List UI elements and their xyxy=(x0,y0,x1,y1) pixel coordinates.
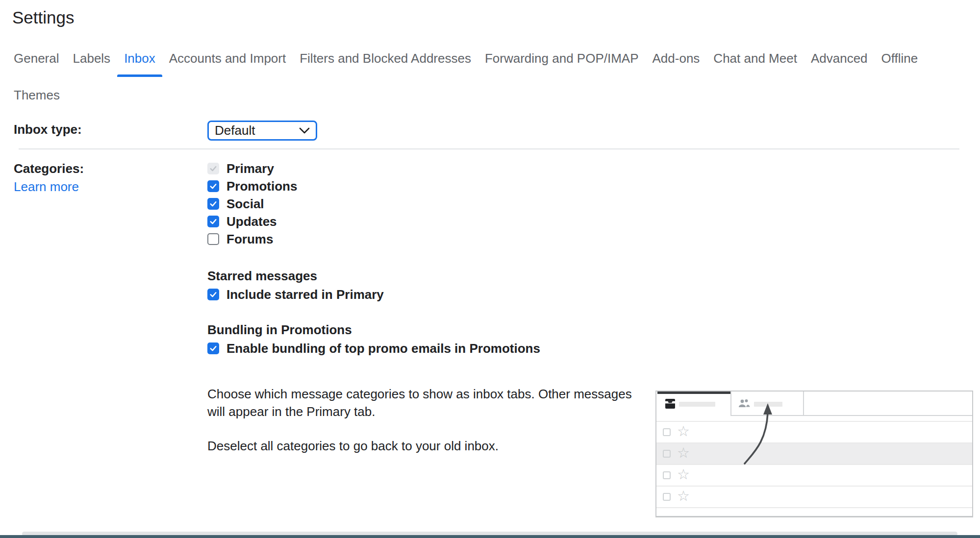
checkbox-icon xyxy=(663,471,671,479)
settings-tab-bar-row2: Themes xyxy=(14,87,60,103)
checkbox-social[interactable] xyxy=(207,198,219,210)
description-paragraph-1: Choose which message categories to show … xyxy=(207,385,639,420)
illustration-message-list: ☆ ☆ ☆ ☆ xyxy=(656,421,972,517)
star-icon: ☆ xyxy=(677,449,690,457)
checkbox-enable-bundling[interactable] xyxy=(207,342,219,354)
checkbox-primary xyxy=(207,163,219,174)
inbox-type-label: Inbox type: xyxy=(14,122,82,137)
checkbox-icon xyxy=(663,450,671,458)
starred-option-label: Include starred in Primary xyxy=(226,287,384,302)
illustration-message-row: ☆ xyxy=(656,421,972,442)
illustration-message-row: ☆ xyxy=(656,486,972,507)
inbox-tabs-illustration: ☆ ☆ ☆ ☆ xyxy=(655,391,973,517)
checkbox-icon xyxy=(663,493,671,501)
checkbox-promotions[interactable] xyxy=(207,180,219,192)
category-label: Updates xyxy=(226,214,277,229)
starred-option-row: Include starred in Primary xyxy=(207,286,384,303)
inbox-icon xyxy=(664,398,676,410)
starred-messages-options: Include starred in Primary xyxy=(207,286,384,303)
categories-label: Categories: xyxy=(14,161,84,176)
checkbox-include-starred-in-primary[interactable] xyxy=(207,289,219,300)
section-divider xyxy=(19,148,959,149)
learn-more-link[interactable]: Learn more xyxy=(14,179,79,195)
category-row-social: Social xyxy=(207,195,297,213)
tab-filters-and-blocked-addresses[interactable]: Filters and Blocked Addresses xyxy=(300,50,471,67)
illustration-empty-row xyxy=(656,507,972,517)
tab-advanced[interactable]: Advanced xyxy=(811,50,868,67)
tab-chat-and-meet[interactable]: Chat and Meet xyxy=(713,50,797,67)
check-icon xyxy=(209,164,218,173)
category-row-forums: Forums xyxy=(207,230,297,248)
people-icon xyxy=(738,399,751,409)
star-icon: ☆ xyxy=(677,470,690,478)
tab-inbox[interactable]: Inbox xyxy=(124,50,155,67)
checkbox-forums[interactable] xyxy=(207,233,219,245)
category-row-promotions: Promotions xyxy=(207,177,297,195)
tab-forwarding-and-pop-imap[interactable]: Forwarding and POP/IMAP xyxy=(485,50,639,67)
tab-label-placeholder xyxy=(754,402,782,407)
bundling-heading: Bundling in Promotions xyxy=(207,322,352,338)
check-icon xyxy=(209,290,218,299)
bundling-options: Enable bundling of top promo emails in P… xyxy=(207,340,540,357)
categories-list: Primary Promotions Social Updates Forums xyxy=(207,160,297,248)
check-icon xyxy=(209,199,218,208)
categories-description: Choose which message categories to show … xyxy=(207,385,639,455)
star-icon: ☆ xyxy=(677,427,690,435)
bundling-option-label: Enable bundling of top promo emails in P… xyxy=(226,341,540,356)
category-label: Primary xyxy=(226,161,274,176)
category-row-updates: Updates xyxy=(207,213,297,230)
category-label: Social xyxy=(226,196,264,211)
chevron-down-icon xyxy=(299,127,310,134)
settings-page: Settings General Labels Inbox Accounts a… xyxy=(0,0,980,538)
tab-add-ons[interactable]: Add-ons xyxy=(653,50,700,67)
checkbox-updates[interactable] xyxy=(207,216,219,227)
tab-themes[interactable]: Themes xyxy=(14,87,60,103)
tab-labels[interactable]: Labels xyxy=(73,50,111,67)
illustration-message-row-highlighted: ☆ xyxy=(656,442,972,464)
inbox-type-selected-value: Default xyxy=(215,123,255,138)
tab-label-placeholder xyxy=(679,402,715,407)
page-title: Settings xyxy=(12,7,74,28)
illustration-social-tab xyxy=(731,391,804,416)
category-row-primary: Primary xyxy=(207,160,297,177)
illustration-primary-tab xyxy=(656,391,731,416)
settings-tab-bar: General Labels Inbox Accounts and Import… xyxy=(14,50,918,67)
illustration-message-row: ☆ xyxy=(656,464,972,486)
tab-accounts-and-import[interactable]: Accounts and Import xyxy=(169,50,286,67)
starred-messages-heading: Starred messages xyxy=(207,269,317,284)
category-label: Promotions xyxy=(226,179,297,194)
star-icon: ☆ xyxy=(677,492,690,500)
illustration-empty-tab-area xyxy=(804,391,972,416)
bundling-option-row: Enable bundling of top promo emails in P… xyxy=(207,340,540,357)
checkbox-icon xyxy=(663,428,671,436)
tab-offline[interactable]: Offline xyxy=(881,50,918,67)
check-icon xyxy=(209,344,218,353)
active-tab-top-bar xyxy=(657,391,730,394)
window-bottom-edge xyxy=(0,535,980,538)
check-icon xyxy=(209,217,218,226)
category-label: Forums xyxy=(226,232,273,246)
description-paragraph-2: Deselect all categories to go back to yo… xyxy=(207,437,639,455)
active-tab-underline xyxy=(117,74,162,77)
check-icon xyxy=(209,182,218,191)
inbox-type-select[interactable]: Default xyxy=(207,121,317,141)
tab-general[interactable]: General xyxy=(14,50,59,67)
